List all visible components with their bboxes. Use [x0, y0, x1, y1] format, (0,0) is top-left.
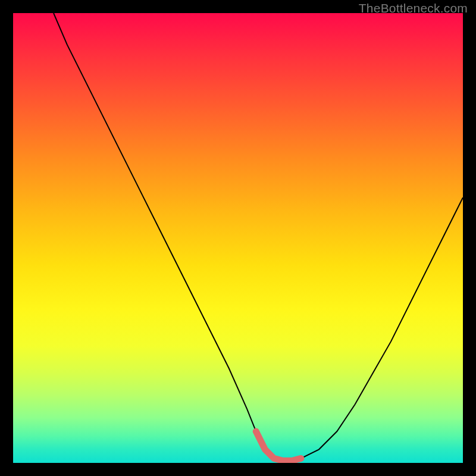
- curve-layer: [13, 13, 463, 463]
- plot-area: [13, 13, 463, 463]
- chart-frame: TheBottleneck.com: [0, 0, 476, 476]
- watermark-text: TheBottleneck.com: [359, 1, 468, 15]
- optimal-range-highlight: [256, 431, 301, 461]
- bottleneck-curve: [54, 13, 463, 461]
